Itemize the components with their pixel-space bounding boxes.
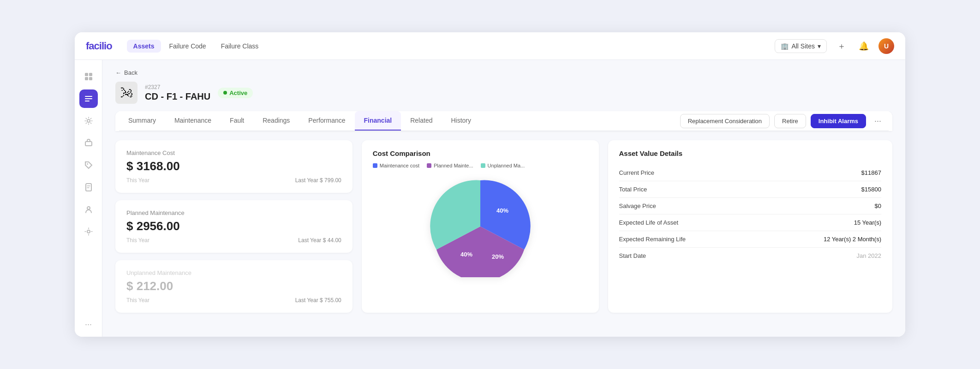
svg-rect-5 [85, 142, 92, 146]
svg-point-4 [87, 119, 90, 122]
sidebar-item-cog[interactable] [79, 222, 98, 241]
chart-title: Cost Comparison [373, 149, 588, 157]
sidebar-item-report[interactable] [79, 178, 98, 196]
planned-cost-last-year: Last Year $ 44.00 [298, 237, 341, 244]
sidebar-item-tools[interactable] [79, 134, 98, 152]
top-nav-right: 🏢 All Sites ▾ ＋ 🔔 U [775, 38, 894, 54]
asset-value-details-card: Asset Value Details Current Price $11867… [608, 140, 893, 313]
chart-legend: Maintenance cost Planned Mainte... Unpla… [373, 163, 588, 168]
app-logo: facilio [86, 40, 112, 52]
svg-rect-7 [86, 184, 91, 191]
svg-rect-3 [89, 77, 92, 80]
pie-label-1: 40% [496, 207, 508, 214]
cost-comparison-chart: Cost Comparison Maintenance cost Planned… [362, 140, 599, 313]
notification-bell-icon[interactable]: 🔔 [856, 39, 871, 54]
tab-maintenance[interactable]: Maintenance [165, 111, 221, 131]
nav-failure-class[interactable]: Failure Class [215, 40, 265, 53]
arrow-left-icon: ← [115, 69, 121, 76]
tab-financial[interactable]: Financial [355, 111, 401, 131]
tab-performance[interactable]: Performance [299, 111, 354, 131]
unplanned-cost-footer: This Year Last Year $ 755.00 [126, 297, 341, 304]
maintenance-cost-footer: This Year Last Year $ 799.00 [126, 177, 341, 184]
planned-cost-label: Planned Maintenance [126, 209, 341, 216]
retire-button[interactable]: Retire [774, 114, 806, 128]
detail-row-current-price: Current Price $11867 [619, 165, 882, 181]
asset-details-title: Asset Value Details [619, 149, 882, 157]
planned-maintenance-card: Planned Maintenance $ 2956.00 This Year … [115, 200, 353, 253]
pie-chart-container: 40% 40% 20% [373, 176, 588, 277]
nav-failure-code[interactable]: Failure Code [163, 40, 213, 53]
top-nav: facilio Assets Failure Code Failure Clas… [75, 32, 905, 60]
chevron-down-icon: ▾ [818, 42, 821, 50]
unplanned-maintenance-card: Unplanned Maintenance $ 212.00 This Year… [115, 260, 353, 313]
replacement-consideration-button[interactable]: Replacement Consideration [680, 114, 770, 128]
detail-row-salvage-price: Salvage Price $0 [619, 198, 882, 214]
detail-row-expected-life: Expected Life of Asset 15 Year(s) [619, 214, 882, 231]
tab-summary[interactable]: Summary [119, 111, 165, 131]
svg-point-6 [87, 163, 88, 165]
legend-dot-unplanned [481, 163, 485, 168]
legend-planned: Planned Mainte... [427, 163, 473, 168]
tab-readings[interactable]: Readings [253, 111, 299, 131]
legend-dot-planned [427, 163, 431, 168]
svg-point-9 [87, 230, 90, 233]
tabs-actions: Replacement Consideration Retire Inhibit… [680, 113, 889, 129]
asset-name: CD - F1 - FAHU [145, 91, 210, 102]
cost-section: Maintenance Cost $ 3168.00 This Year Las… [115, 140, 353, 313]
sidebar-item-tag[interactable] [79, 156, 98, 174]
asset-thumbnail: 🌬 [115, 82, 137, 104]
detail-row-total-price: Total Price $15800 [619, 181, 882, 198]
status-dot [223, 91, 227, 95]
content-grid: Maintenance Cost $ 3168.00 This Year Las… [115, 131, 892, 313]
asset-info: #2327 CD - F1 - FAHU [145, 84, 210, 102]
detail-row-remaining-life: Expected Remaining Life 12 Year(s) 2 Mon… [619, 231, 882, 248]
svg-point-8 [87, 207, 90, 209]
asset-header: 🌬 #2327 CD - F1 - FAHU Active [115, 82, 892, 104]
buildings-icon: 🏢 [781, 42, 789, 50]
sidebar: ··· [75, 60, 102, 337]
sidebar-item-settings[interactable] [79, 112, 98, 130]
more-options-icon[interactable]: ··· [871, 113, 885, 129]
unplanned-cost-value: $ 212.00 [126, 279, 341, 293]
main-layout: ··· ← Back 🌬 #2327 CD - F1 - FAHU [75, 60, 905, 337]
pie-label-2: 40% [460, 251, 472, 258]
add-button[interactable]: ＋ [834, 39, 849, 54]
planned-cost-value: $ 2956.00 [126, 219, 341, 233]
app-window: facilio Assets Failure Code Failure Clas… [75, 32, 905, 337]
svg-rect-2 [85, 77, 88, 80]
sidebar-item-user[interactable] [79, 200, 98, 219]
asset-details-rows: Current Price $11867 Total Price $15800 … [619, 165, 882, 264]
all-sites-dropdown[interactable]: 🏢 All Sites ▾ [775, 39, 827, 53]
sidebar-more[interactable]: ··· [85, 320, 92, 329]
tabs-container: Summary Maintenance Fault Readings Perfo… [115, 111, 892, 131]
nav-items: Assets Failure Code Failure Class [127, 40, 265, 53]
maintenance-cost-value: $ 3168.00 [126, 159, 341, 173]
maintenance-cost-label: Maintenance Cost [126, 149, 341, 156]
pie-chart-svg: 40% 40% 20% [430, 176, 531, 277]
legend-maintenance-cost: Maintenance cost [373, 163, 419, 168]
legend-unplanned: Unplanned Ma... [481, 163, 525, 168]
avatar[interactable]: U [878, 38, 894, 54]
back-button[interactable]: ← Back [115, 69, 892, 76]
nav-assets[interactable]: Assets [127, 40, 161, 53]
sidebar-item-assets[interactable] [79, 89, 98, 108]
tabs-bar: Summary Maintenance Fault Readings Perfo… [119, 111, 889, 131]
content-area: ← Back 🌬 #2327 CD - F1 - FAHU Active [102, 60, 905, 337]
planned-cost-footer: This Year Last Year $ 44.00 [126, 237, 341, 244]
detail-row-start-date: Start Date Jan 2022 [619, 248, 882, 264]
legend-dot-maintenance [373, 163, 377, 168]
status-badge: Active [218, 88, 253, 98]
unplanned-cost-label: Unplanned Maintenance [126, 269, 341, 276]
unplanned-cost-last-year: Last Year $ 755.00 [295, 297, 341, 304]
inhibit-alarms-button[interactable]: Inhibit Alarms [811, 114, 866, 128]
pie-label-3: 20% [492, 253, 504, 260]
tab-history[interactable]: History [442, 111, 480, 131]
tab-related[interactable]: Related [401, 111, 442, 131]
svg-rect-1 [89, 73, 92, 76]
svg-rect-0 [85, 73, 88, 76]
tab-fault[interactable]: Fault [221, 111, 253, 131]
sidebar-item-grid[interactable] [79, 67, 98, 86]
maintenance-cost-card: Maintenance Cost $ 3168.00 This Year Las… [115, 140, 353, 193]
maintenance-cost-last-year: Last Year $ 799.00 [295, 177, 341, 184]
asset-id: #2327 [145, 84, 210, 90]
